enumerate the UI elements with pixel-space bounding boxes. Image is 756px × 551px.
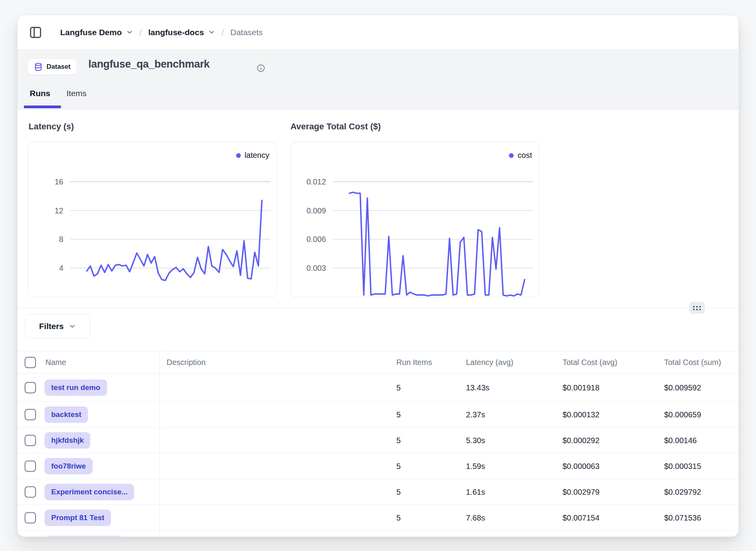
cell-latency-avg: 5.30s <box>466 436 485 445</box>
svg-text:12: 12 <box>55 206 63 215</box>
cell-latency-avg: 2.37s <box>466 410 485 419</box>
cost-line-chart: 0.0120.0090.0060.003 <box>291 142 539 297</box>
filters-button-label: Filters <box>39 322 64 331</box>
cell-total-cost-avg: $0.000132 <box>563 410 600 419</box>
select-all-checkbox[interactable] <box>25 357 36 368</box>
dataset-type-badge: Dataset <box>28 59 77 75</box>
cell-total-cost-sum: $0.000315 <box>664 462 701 470</box>
breadcrumb-bar: Langfuse Demo / langfuse-docs / Datasets <box>18 15 738 50</box>
panel-left-icon <box>29 26 42 39</box>
app-window: Langfuse Demo / langfuse-docs / Datasets… <box>17 15 739 537</box>
chart-title-latency: Latency (s) <box>29 122 74 132</box>
table-body: test run demo513.43s$0.001918$0.009592ba… <box>18 374 738 537</box>
cell-run-items: 5 <box>396 513 401 522</box>
svg-text:0.003: 0.003 <box>306 264 326 272</box>
row-checkbox[interactable] <box>25 382 36 393</box>
breadcrumb-page-datasets[interactable]: Datasets <box>230 28 263 37</box>
chevron-down-icon <box>68 322 76 330</box>
svg-text:16: 16 <box>55 177 63 186</box>
cell-run-items: 5 <box>396 383 401 392</box>
chevron-down-icon <box>126 29 133 36</box>
row-checkbox[interactable] <box>25 486 36 497</box>
row-checkbox[interactable] <box>25 460 36 472</box>
row-checkbox[interactable] <box>25 435 36 446</box>
run-name-badge[interactable]: backtest <box>45 406 88 423</box>
column-header-run-items[interactable]: Run Items <box>396 358 432 367</box>
info-icon <box>256 64 265 73</box>
tab-runs[interactable]: Runs <box>30 89 50 98</box>
legend-label: cost <box>518 151 532 160</box>
run-name-badge-clipped[interactable] <box>45 536 123 537</box>
legend-dot-icon <box>236 153 241 158</box>
svg-text:0.012: 0.012 <box>306 177 326 186</box>
table-row-partial[interactable] <box>18 531 738 537</box>
table-row[interactable]: Prompt 81 Test57.68s$0.007154$0.071536 <box>18 505 738 531</box>
page-title: langfuse_qa_benchmark <box>88 58 210 70</box>
dataset-badge-label: Dataset <box>47 63 70 71</box>
row-checkbox[interactable] <box>25 512 36 523</box>
cell-total-cost-sum: $0.00146 <box>664 436 697 445</box>
row-checkbox[interactable] <box>25 537 36 537</box>
cell-total-cost-sum: $0.000659 <box>664 410 701 419</box>
filters-button[interactable]: Filters <box>25 314 90 338</box>
cell-total-cost-sum: $0.029792 <box>664 487 701 496</box>
cell-total-cost-avg: $0.001918 <box>563 383 600 392</box>
active-tab-indicator <box>24 106 61 108</box>
run-name-badge[interactable]: Prompt 81 Test <box>45 510 111 526</box>
cell-run-items: 5 <box>396 436 401 445</box>
cost-chart-legend: cost <box>509 151 532 160</box>
svg-text:0.009: 0.009 <box>306 206 326 215</box>
cell-latency-avg: 1.59s <box>466 462 485 470</box>
legend-dot-icon <box>509 153 514 158</box>
cell-run-items: 5 <box>396 462 401 470</box>
column-divider <box>159 351 159 537</box>
breadcrumb-separator: / <box>222 27 224 38</box>
tab-items[interactable]: Items <box>66 89 86 98</box>
run-name-badge[interactable]: foo78riwe <box>45 458 93 474</box>
info-button[interactable] <box>256 64 265 73</box>
table-row[interactable]: hjkfdshjk55.30s$0.000292$0.00146 <box>18 428 738 453</box>
svg-text:4: 4 <box>59 264 63 272</box>
table-row[interactable]: test run demo513.43s$0.001918$0.009592 <box>18 374 738 402</box>
breadcrumb-page-label: Datasets <box>230 28 263 37</box>
sidebar-toggle-button[interactable] <box>29 26 42 39</box>
cell-run-items: 5 <box>396 410 401 419</box>
breadcrumb-project-label: langfuse-docs <box>148 28 204 37</box>
column-header-total-cost-avg[interactable]: Total Cost (avg) <box>563 358 617 367</box>
chevron-down-icon <box>208 29 215 36</box>
cell-latency-avg: 7.68s <box>466 513 485 522</box>
svg-text:8: 8 <box>59 235 63 243</box>
cell-total-cost-sum: $0.071536 <box>664 513 701 522</box>
row-checkbox[interactable] <box>25 409 36 420</box>
database-icon <box>34 63 43 71</box>
latency-chart-legend: latency <box>236 151 269 160</box>
cell-run-items: 5 <box>396 487 401 496</box>
column-header-total-cost-sum[interactable]: Total Cost (sum) <box>664 358 721 367</box>
cell-latency-avg: 1.61s <box>466 487 485 496</box>
cell-total-cost-avg: $0.000292 <box>563 436 600 445</box>
breadcrumb-separator: / <box>140 27 142 38</box>
table-row[interactable]: Experiment concise...51.61s$0.002979$0.0… <box>18 479 738 505</box>
latency-chart-card: 161284 latency <box>28 142 277 297</box>
breadcrumb: Langfuse Demo / langfuse-docs / Datasets <box>60 27 263 38</box>
run-name-badge[interactable]: test run demo <box>45 379 107 396</box>
cell-total-cost-avg: $0.007154 <box>563 513 600 522</box>
resize-drag-handle[interactable] <box>689 302 705 314</box>
column-header-latency-avg[interactable]: Latency (avg) <box>466 358 513 367</box>
cell-total-cost-avg: $0.002979 <box>563 487 600 496</box>
breadcrumb-project-switcher[interactable]: langfuse-docs <box>148 28 215 37</box>
table-row[interactable]: backtest52.37s$0.000132$0.000659 <box>18 402 738 428</box>
table-row[interactable]: foo78riwe51.59s$0.000063$0.000315 <box>18 453 738 479</box>
section-divider <box>18 308 738 308</box>
svg-text:0.006: 0.006 <box>306 235 326 243</box>
cell-latency-avg: 13.43s <box>466 383 489 392</box>
chart-title-cost: Average Total Cost ($) <box>290 122 381 132</box>
column-header-description[interactable]: Description <box>167 358 206 367</box>
run-name-badge[interactable]: Experiment concise... <box>45 484 134 500</box>
column-header-name[interactable]: Name <box>45 358 66 367</box>
cell-total-cost-sum: $0.009592 <box>664 383 701 392</box>
table-header-row: Name Description Run Items Latency (avg)… <box>18 351 738 374</box>
breadcrumb-org-switcher[interactable]: Langfuse Demo <box>60 28 133 37</box>
run-name-badge[interactable]: hjkfdshjk <box>45 432 90 449</box>
cell-total-cost-avg: $0.000063 <box>563 462 600 470</box>
